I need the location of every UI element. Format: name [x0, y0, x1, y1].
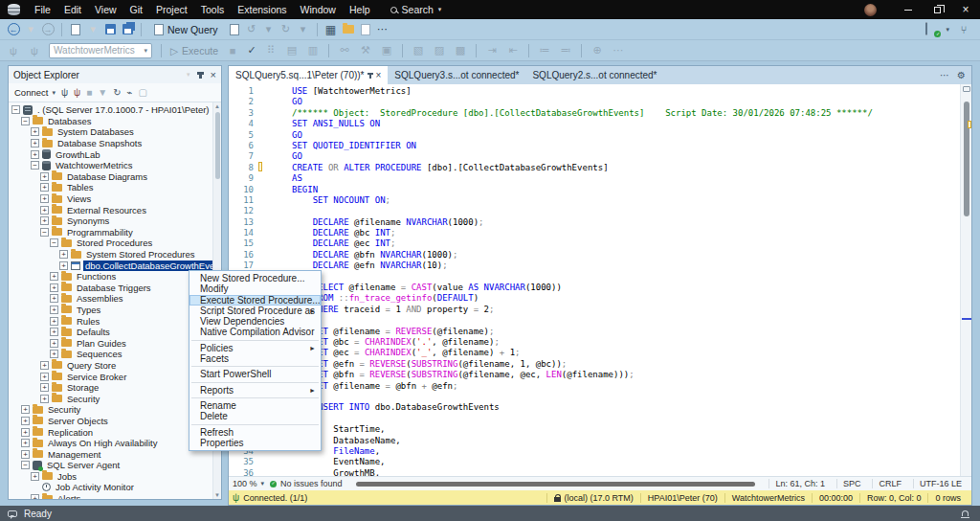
navigate-back-button[interactable]: ← — [6, 21, 21, 38]
expand-icon[interactable]: + — [59, 250, 68, 259]
tree-item[interactable]: +Views — [9, 193, 221, 205]
expand-icon[interactable]: + — [40, 383, 49, 392]
context-menu-item[interactable]: New Stored Procedure... — [189, 273, 321, 283]
context-menu-item[interactable]: Start PowerShell — [189, 369, 321, 379]
menu-edit[interactable]: Edit — [57, 0, 88, 19]
expand-icon[interactable]: + — [50, 350, 58, 358]
tree-item[interactable]: +GrowthLab — [9, 148, 221, 160]
stop-icon[interactable]: ■ — [86, 87, 92, 98]
expand-icon[interactable]: + — [50, 294, 58, 303]
snippets-button[interactable]: ⚒ — [358, 42, 373, 59]
expand-icon[interactable]: + — [50, 283, 58, 292]
expand-icon[interactable]: + — [31, 150, 39, 159]
collapse-icon[interactable]: − — [40, 228, 49, 237]
editor-horizontal-scrollbar[interactable] — [356, 482, 756, 487]
expand-icon[interactable]: + — [40, 395, 49, 403]
collapse-icon[interactable]: − — [50, 238, 58, 247]
disconnect-db-icon[interactable]: ψ — [27, 42, 42, 59]
execute-button[interactable]: ▷ Execute — [167, 45, 222, 57]
connection-status-icon[interactable]: ✓ — [925, 23, 940, 36]
specify-values-button[interactable]: ▧ — [411, 42, 426, 59]
save-all-button[interactable] — [120, 21, 135, 38]
issues-indicator[interactable]: No issues found — [270, 479, 343, 488]
menu-help[interactable]: Help — [343, 0, 377, 19]
expand-icon[interactable]: + — [50, 317, 58, 326]
tree-item[interactable]: Job Activity Monitor — [9, 482, 221, 493]
document-tab[interactable]: SQLQuery2.s...ot connected* — [525, 66, 663, 84]
expand-icon[interactable]: + — [21, 405, 30, 414]
menu-window[interactable]: Window — [294, 0, 343, 19]
user-avatar[interactable] — [864, 4, 877, 16]
notifications-bell-icon[interactable] — [962, 510, 969, 516]
code-editor[interactable]: 1USE [WatchtowerMetrics]2GO3/****** Obje… — [229, 84, 971, 476]
expand-icon[interactable]: + — [59, 261, 68, 270]
navigate-forward-button[interactable]: → — [40, 21, 56, 38]
tree-item[interactable]: +External Resources — [9, 204, 221, 215]
display-estimated-plan-button[interactable]: ⊕ — [590, 42, 605, 59]
toolbar-overflow-button[interactable]: ⋯ — [375, 21, 390, 38]
gear-icon[interactable]: ⚙ — [957, 70, 966, 80]
menu-extensions[interactable]: Extensions — [231, 0, 293, 19]
script-icon[interactable]: ▢ — [139, 87, 147, 98]
collapse-icon[interactable]: − — [31, 161, 39, 170]
minimize-button[interactable] — [894, 0, 923, 19]
git-branch-icon[interactable]: ⑂ — [956, 21, 971, 38]
expand-icon[interactable]: + — [21, 450, 30, 459]
context-menu-item[interactable]: Modify — [189, 283, 321, 294]
tree-item[interactable]: +Jobs — [9, 471, 221, 483]
comment-button[interactable]: ▩ — [453, 42, 468, 59]
titlebar-search[interactable]: Search ▾ — [390, 4, 442, 15]
new-file-dropdown-icon[interactable]: ▾ — [85, 21, 100, 38]
context-menu-item[interactable]: Reports► — [189, 385, 321, 396]
expand-icon[interactable]: + — [31, 127, 39, 136]
undo-button[interactable]: ↺ — [244, 21, 259, 38]
connection-dropdown-icon[interactable]: ▾ — [946, 26, 949, 34]
activity-monitor-button[interactable] — [341, 21, 356, 38]
indent-button[interactable]: ⇥ — [484, 42, 500, 59]
context-menu-item[interactable]: Delete — [189, 411, 321, 421]
tree-item[interactable]: −Stored Procedures — [9, 238, 221, 249]
surround-button[interactable]: ▣ — [379, 42, 394, 59]
registered-servers-button[interactable]: ▦ — [323, 21, 339, 38]
tree-item[interactable]: −WatchtowerMetrics — [9, 160, 221, 171]
refresh-icon[interactable]: ↻ — [113, 87, 121, 98]
undo-dropdown-icon[interactable]: ▾ — [261, 21, 277, 38]
new-file-button[interactable] — [68, 21, 83, 38]
outdent-button[interactable]: ⇤ — [505, 42, 521, 59]
menu-tools[interactable]: Tools — [194, 0, 232, 19]
document-tab[interactable]: SQLQuery5.sq...1\Peter (70))*× — [229, 66, 388, 84]
tree-item[interactable]: −Programmability — [9, 227, 221, 238]
extra-tool-button[interactable] — [358, 21, 373, 38]
connect-dropdown[interactable]: Connect ▾ — [14, 87, 56, 98]
expand-icon[interactable]: + — [21, 439, 30, 447]
document-tab[interactable]: SQLQuery3.s...ot connected* — [388, 66, 525, 84]
expand-icon[interactable]: + — [21, 428, 30, 437]
tab-pin-icon[interactable] — [369, 73, 371, 79]
cursor-position[interactable]: Ln: 61, Ch: 1 — [768, 479, 831, 488]
context-menu-item[interactable]: Script Stored Procedure as► — [189, 306, 321, 316]
expand-icon[interactable]: + — [40, 194, 49, 203]
collapse-icon[interactable]: − — [21, 461, 30, 469]
cancel-query-button[interactable]: ■ — [225, 42, 240, 59]
disconnect-object-icon[interactable]: ψ — [74, 87, 80, 98]
intellisense-button[interactable]: ⚯ — [337, 42, 352, 59]
menu-git[interactable]: Git — [123, 0, 149, 19]
back-dropdown-icon[interactable]: ▾ — [23, 21, 38, 38]
tree-item[interactable]: +Tables — [9, 182, 221, 193]
tree-item[interactable]: +System Databases — [9, 126, 221, 138]
expand-icon[interactable]: + — [21, 417, 30, 425]
context-menu-item[interactable]: Refresh — [189, 427, 321, 438]
context-menu-item[interactable]: Policies► — [189, 343, 321, 353]
results-grid-button[interactable]: ▥ — [305, 42, 321, 59]
database-combobox[interactable]: WatchtowerMetrics ▾ — [49, 43, 152, 58]
menu-view[interactable]: View — [88, 0, 123, 19]
spaces-indicator[interactable]: SPC — [836, 479, 867, 488]
comment-lines-button[interactable]: ≕ — [558, 42, 573, 59]
expand-icon[interactable]: + — [50, 339, 58, 348]
tree-item[interactable]: +Alerts — [9, 493, 221, 499]
editor-toolbar-overflow-button[interactable]: ⋯ — [611, 42, 626, 59]
editor-vertical-scrollbar[interactable] — [960, 84, 971, 476]
collapse-icon[interactable]: − — [11, 105, 20, 114]
tree-item[interactable]: +Database Diagrams — [9, 171, 221, 183]
expand-icon[interactable]: + — [40, 361, 49, 370]
